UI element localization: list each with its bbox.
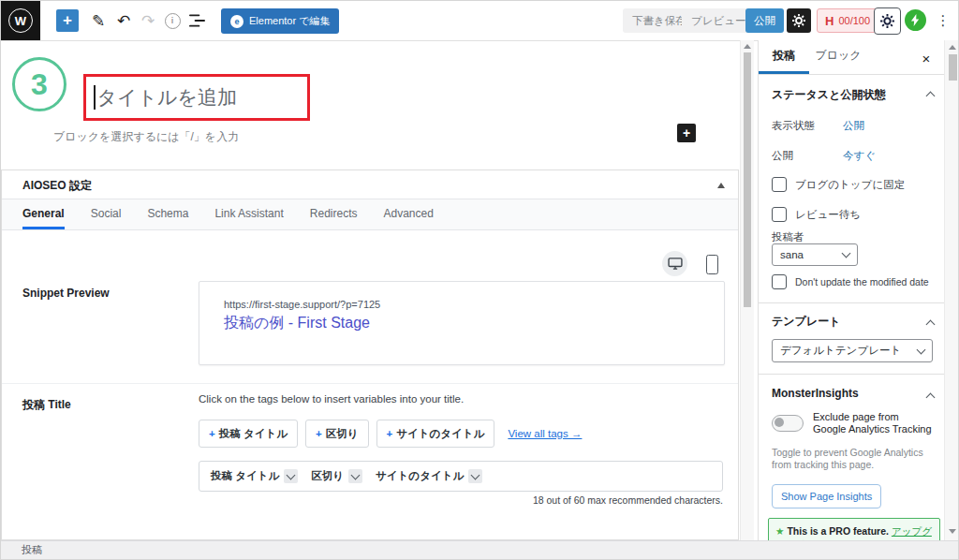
analytics-helper-text: Toggle to prevent Google Analytics from … bbox=[772, 447, 929, 471]
publish-date-label: 公開 bbox=[772, 149, 793, 163]
tab-link-assistant[interactable]: Link Assistant bbox=[214, 199, 283, 229]
step-annotation: 3 bbox=[12, 57, 66, 111]
sticky-checkbox[interactable] bbox=[772, 177, 787, 192]
chevron-down-icon bbox=[842, 249, 851, 258]
title-placeholder: タイトルを追加 bbox=[97, 84, 237, 111]
tab-advanced[interactable]: Advanced bbox=[383, 199, 433, 229]
monsterinsights-section-title: MonsterInsights bbox=[772, 387, 859, 400]
aioseo-tabs: General Social Schema Link Assistant Red… bbox=[2, 199, 738, 230]
sidebar-scrollbar[interactable] bbox=[944, 40, 959, 540]
chevron-down-icon[interactable] bbox=[348, 469, 362, 483]
tag-button-site-title[interactable]: + サイトのタイトル bbox=[376, 420, 495, 448]
desktop-preview-button[interactable] bbox=[662, 251, 687, 276]
plus-icon: + bbox=[387, 428, 393, 439]
redo-icon[interactable]: ↷ bbox=[138, 8, 158, 33]
collapse-panel-icon[interactable] bbox=[717, 183, 725, 188]
aioseo-panel-title: AIOSEO 設定 bbox=[22, 178, 92, 194]
aioseo-gear-icon bbox=[879, 13, 895, 29]
snippet-url: https://first-stage.support/?p=7125 bbox=[224, 299, 380, 310]
breadcrumb[interactable]: 投稿 bbox=[22, 543, 42, 557]
scrollbar-thumb[interactable] bbox=[949, 54, 957, 81]
title-format-input[interactable]: 投稿 タイトル 区切り サイトのタイトル bbox=[199, 461, 723, 492]
wordpress-logo[interactable]: W bbox=[1, 1, 40, 40]
chevron-down-icon[interactable] bbox=[284, 469, 298, 483]
options-menu-button[interactable]: ⋮ bbox=[934, 8, 952, 33]
post-title-section-label: 投稿 Title bbox=[22, 397, 71, 413]
settings-sidebar: 投稿 ブロック × ステータスと公開状態 表示状態 公開 公開 今すぐ ブログの… bbox=[758, 40, 959, 540]
text-caret bbox=[94, 85, 96, 110]
chip-separator[interactable]: 区切り bbox=[311, 469, 362, 483]
step-number: 3 bbox=[31, 67, 48, 102]
tab-general[interactable]: General bbox=[22, 199, 65, 229]
plus-icon: + bbox=[209, 428, 215, 439]
publish-button[interactable]: 公開 bbox=[745, 8, 784, 33]
post-title-input[interactable]: タイトルを追加 bbox=[83, 74, 310, 121]
template-select[interactable]: デフォルトテンプレート bbox=[772, 339, 933, 362]
chip-post-title[interactable]: 投稿 タイトル bbox=[211, 469, 298, 483]
tab-schema[interactable]: Schema bbox=[147, 199, 188, 229]
tag-button-separator[interactable]: + 区切り bbox=[305, 420, 369, 448]
scroll-down-arrow[interactable] bbox=[949, 529, 956, 534]
snippet-title[interactable]: 投稿の例 - First Stage bbox=[224, 314, 370, 333]
boost-bolt-button[interactable] bbox=[905, 9, 926, 31]
author-select[interactable]: sana bbox=[772, 243, 858, 266]
block-inserter-button[interactable]: + bbox=[56, 9, 79, 32]
settings-gear-button[interactable] bbox=[787, 8, 811, 33]
edit-with-elementor-button[interactable]: e Elementor で編集 bbox=[221, 8, 339, 34]
scroll-up-arrow[interactable] bbox=[949, 45, 956, 50]
char-counter: 18 out of 60 max recommended characters. bbox=[533, 494, 723, 506]
scroll-up-arrow[interactable] bbox=[744, 44, 751, 49]
collapse-status-icon[interactable] bbox=[926, 92, 936, 101]
tab-block[interactable]: ブロック bbox=[809, 40, 867, 74]
headline-score-badge[interactable]: H 00/100 bbox=[817, 8, 878, 33]
show-page-insights-button[interactable]: Show Page Insights bbox=[772, 484, 881, 508]
tag-button-label: 区切り bbox=[326, 427, 359, 441]
sidebar-divider bbox=[759, 302, 959, 303]
aioseo-settings-panel: AIOSEO 設定 General Social Schema Link Ass… bbox=[1, 169, 739, 540]
exclude-analytics-label: Exclude page from Google Analytics Track… bbox=[813, 411, 933, 435]
sticky-checkbox-row: ブログのトップに固定 bbox=[772, 177, 905, 192]
pending-review-checkbox[interactable] bbox=[772, 207, 787, 222]
tab-social[interactable]: Social bbox=[91, 199, 122, 229]
tools-pencil-icon[interactable]: ✎ bbox=[88, 8, 109, 33]
collapse-monsterinsights-icon[interactable] bbox=[926, 393, 936, 403]
modified-date-label: Don't update the modified date bbox=[795, 276, 929, 287]
wordpress-editor-window: W + ✎ ↶ ↷ i e Elementor で編集 下書き保存 プレビュー … bbox=[0, 0, 959, 560]
elementor-icon: e bbox=[230, 15, 243, 28]
preview-button[interactable]: プレビュー bbox=[682, 8, 756, 33]
close-icon[interactable]: × bbox=[916, 48, 937, 68]
editor-footer: 投稿 bbox=[1, 540, 958, 559]
list-view-icon[interactable] bbox=[186, 8, 207, 33]
mobile-preview-button[interactable] bbox=[706, 255, 718, 274]
author-value: sana bbox=[780, 249, 804, 260]
details-info-icon[interactable]: i bbox=[162, 8, 183, 33]
modified-date-checkbox[interactable] bbox=[772, 274, 787, 289]
visibility-label: 表示状態 bbox=[772, 119, 815, 133]
undo-icon[interactable]: ↶ bbox=[113, 8, 134, 33]
tab-post[interactable]: 投稿 bbox=[759, 40, 809, 74]
tag-button-post-title[interactable]: + 投稿 タイトル bbox=[199, 420, 298, 448]
snippet-preview-label: Snippet Preview bbox=[22, 287, 110, 300]
section-divider bbox=[2, 383, 738, 384]
chip-site-title[interactable]: サイトのタイトル bbox=[376, 469, 482, 483]
aioseo-toolbar-button[interactable] bbox=[874, 7, 901, 35]
pending-label: レビュー待ち bbox=[795, 208, 861, 222]
tag-button-label: 投稿 タイトル bbox=[219, 427, 288, 441]
headline-h: H bbox=[825, 14, 834, 28]
tab-redirects[interactable]: Redirects bbox=[310, 199, 358, 229]
add-block-button[interactable]: + bbox=[677, 124, 696, 142]
collapse-template-icon[interactable] bbox=[926, 320, 936, 330]
tag-button-label: サイトのタイトル bbox=[396, 427, 484, 441]
status-section-title: ステータスと公開状態 bbox=[772, 85, 885, 103]
publish-date-value-link[interactable]: 今すぐ bbox=[843, 149, 876, 163]
visibility-value-link[interactable]: 公開 bbox=[843, 119, 864, 133]
scrollbar-thumb[interactable] bbox=[744, 52, 751, 307]
snippet-preview-box: https://first-stage.support/?p=7125 投稿の例… bbox=[199, 281, 725, 365]
main-scrollbar[interactable] bbox=[740, 40, 754, 540]
sidebar-divider bbox=[759, 374, 959, 375]
chevron-down-icon[interactable] bbox=[468, 469, 482, 483]
view-all-tags-link[interactable]: View all tags → bbox=[508, 428, 582, 439]
wordpress-icon: W bbox=[8, 8, 33, 33]
tag-instruction-text: Click on the tags below to insert variab… bbox=[199, 393, 464, 405]
exclude-analytics-toggle[interactable] bbox=[772, 415, 804, 432]
